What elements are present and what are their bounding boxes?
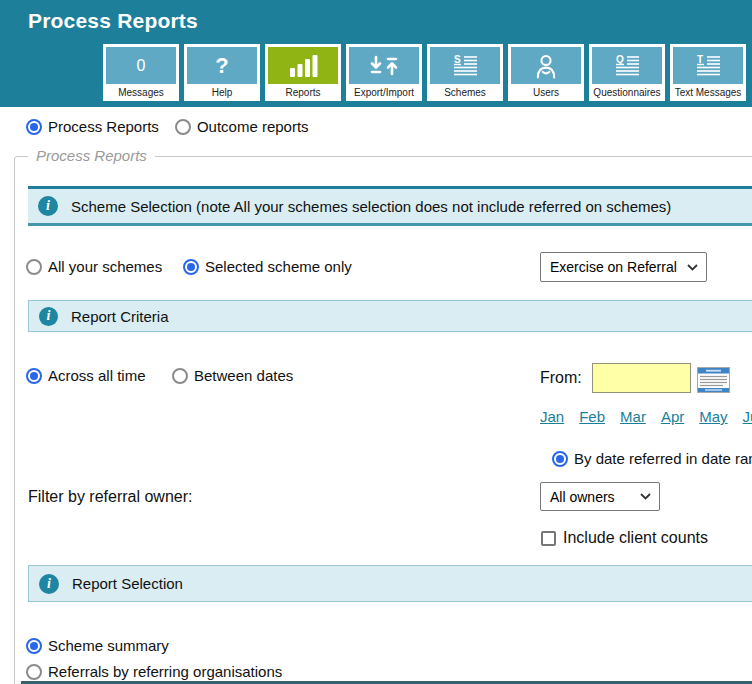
radio-label: Outcome reports	[197, 118, 309, 135]
toolbar-button-label: Help	[187, 84, 257, 101]
from-label: From:	[540, 369, 582, 387]
scheme-select[interactable]: Exercise on Referral	[540, 252, 707, 282]
radio-all-your-schemes[interactable]: All your schemes	[26, 258, 162, 275]
month-link-may[interactable]: May	[699, 408, 727, 425]
radio-referrals-by-org[interactable]: Referrals by referring organisations	[26, 663, 282, 680]
svg-text:Q: Q	[616, 54, 624, 65]
bar-chart-icon	[268, 47, 338, 84]
toolbar-button-reports[interactable]: Reports	[265, 44, 341, 101]
questionnaires-document-icon: Q	[592, 47, 662, 84]
radio-icon[interactable]	[26, 638, 42, 654]
export-import-icon	[349, 47, 419, 84]
radio-icon[interactable]	[552, 451, 568, 467]
info-icon[interactable]: i	[39, 574, 59, 594]
info-icon[interactable]: i	[39, 307, 58, 326]
toolbar-button-questionnaires[interactable]: Q Questionnaires	[589, 44, 665, 101]
radio-label: Scheme summary	[48, 637, 169, 654]
radio-icon[interactable]	[26, 368, 42, 384]
radio-label: Process Reports	[48, 118, 159, 135]
radio-between-dates[interactable]: Between dates	[172, 367, 293, 384]
month-link-jan[interactable]: Jan	[540, 408, 564, 425]
chevron-down-icon	[687, 264, 698, 271]
month-link-mar[interactable]: Mar	[620, 408, 646, 425]
page-title: Process Reports	[28, 9, 198, 33]
radio-label: Across all time	[48, 367, 146, 384]
checkbox-icon[interactable]	[541, 531, 556, 546]
report-selection-header: i Report Selection	[28, 565, 752, 602]
radio-scheme-summary[interactable]: Scheme summary	[26, 637, 169, 654]
report-criteria-header: i Report Criteria	[28, 300, 752, 332]
info-icon[interactable]: i	[38, 196, 58, 216]
toolbar-button-label: Users	[511, 84, 581, 101]
toolbar-button-export-import[interactable]: Export/Import	[346, 44, 422, 101]
radio-label: By date referred in date range	[574, 450, 752, 467]
toolbar-button-label: Questionnaires	[592, 84, 662, 101]
scheme-selection-header: i Scheme Selection (note All your scheme…	[28, 186, 752, 226]
month-link-apr[interactable]: Apr	[661, 408, 684, 425]
calendar-picker-icon[interactable]	[697, 367, 730, 397]
radio-label: Referrals by referring organisations	[48, 663, 282, 680]
main-toolbar: 0 Messages ? Help	[103, 44, 746, 101]
chevron-down-icon	[640, 493, 651, 500]
section-heading: Report Selection	[72, 575, 183, 592]
help-icon: ?	[187, 47, 257, 84]
messages-count-badge: 0	[137, 57, 146, 75]
month-link-jun[interactable]: Jun	[743, 408, 752, 425]
toolbar-button-help[interactable]: ? Help	[184, 44, 260, 101]
owner-select[interactable]: All owners	[540, 482, 660, 511]
toolbar-button-label: Schemes	[430, 84, 500, 101]
app-header: Process Reports 0 Messages ? Help	[0, 0, 752, 107]
radio-icon[interactable]	[26, 664, 42, 680]
filter-owner-label: Filter by referral owner:	[28, 488, 193, 506]
radio-outcome-reports[interactable]: Outcome reports	[175, 118, 309, 135]
toolbar-button-messages[interactable]: 0 Messages	[103, 44, 179, 101]
checkbox-label: Include client counts	[563, 529, 708, 547]
radio-label: All your schemes	[48, 258, 162, 275]
section-heading: Report Criteria	[71, 308, 169, 325]
text-messages-document-icon: T	[673, 47, 743, 84]
svg-text:T: T	[697, 54, 703, 65]
toolbar-button-users[interactable]: Users	[508, 44, 584, 101]
from-date-input[interactable]	[592, 363, 691, 393]
fieldset-legend: Process Reports	[28, 147, 155, 164]
messages-icon: 0	[106, 47, 176, 84]
radio-process-reports[interactable]: Process Reports	[26, 118, 159, 135]
section-heading: Scheme Selection (note All your schemes …	[71, 198, 671, 215]
toolbar-button-label: Export/Import	[349, 84, 419, 101]
toolbar-button-label: Reports	[268, 84, 338, 101]
toolbar-button-text-messages[interactable]: T Text Messages	[670, 44, 746, 101]
schemes-document-icon: S	[430, 47, 500, 84]
month-links: Jan Feb Mar Apr May Jun	[540, 408, 752, 425]
radio-label: Between dates	[194, 367, 293, 384]
toolbar-button-label: Messages	[106, 84, 176, 101]
radio-icon[interactable]	[175, 119, 191, 135]
process-reports-page: Process Reports 0 Messages ? Help	[0, 0, 752, 684]
month-link-feb[interactable]: Feb	[579, 408, 605, 425]
radio-icon[interactable]	[26, 119, 42, 135]
scheme-select-value: Exercise on Referral	[550, 259, 677, 275]
owner-select-value: All owners	[550, 489, 615, 505]
toolbar-button-schemes[interactable]: S Schemes	[427, 44, 503, 101]
user-person-icon	[511, 47, 581, 84]
radio-icon[interactable]	[172, 368, 188, 384]
radio-label: Selected scheme only	[205, 258, 352, 275]
radio-icon[interactable]	[183, 259, 199, 275]
radio-selected-scheme-only[interactable]: Selected scheme only	[183, 258, 352, 275]
radio-by-date-referred[interactable]: By date referred in date range	[552, 450, 752, 467]
radio-icon[interactable]	[26, 259, 42, 275]
radio-across-all-time[interactable]: Across all time	[26, 367, 146, 384]
svg-text:S: S	[454, 54, 461, 65]
report-type-radio-group: Process Reports Outcome reports	[26, 118, 309, 135]
include-client-counts-option[interactable]: Include client counts	[541, 529, 708, 547]
toolbar-button-label: Text Messages	[673, 84, 743, 101]
